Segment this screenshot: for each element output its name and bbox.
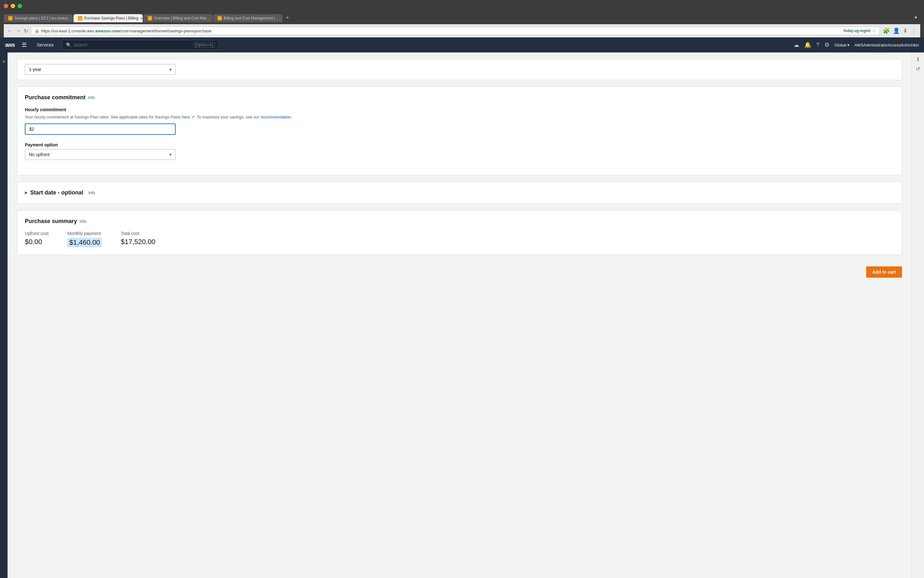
bookmark-icon[interactable]: ☆ xyxy=(872,28,876,33)
payment-option-arrow-icon: ▾ xyxy=(169,152,172,157)
total-cost-item: Total cost $17,520.00 xyxy=(121,231,155,247)
profile-icon[interactable]: 👤 xyxy=(893,27,900,34)
tab-favicon-3: a xyxy=(148,16,152,20)
hamburger-menu-button[interactable]: ☰ xyxy=(20,40,29,50)
hourly-commitment-input[interactable] xyxy=(25,123,176,135)
hourly-commitment-group: Hourly commitment Your hourly commitment… xyxy=(25,107,894,135)
tab-label-1: Savings plans | EC2 | eu-centra... xyxy=(15,16,70,20)
tab-close-3[interactable]: ✕ xyxy=(211,16,213,20)
page-wrapper: ≡ 1-year ▾ Purchase commitment Info Hour… xyxy=(0,52,924,578)
minimize-dot[interactable] xyxy=(11,4,15,8)
purchase-commitment-title: Purchase commitment xyxy=(25,94,86,101)
downloads-icon[interactable]: ⬇ xyxy=(903,27,908,34)
tab-label-3: Overview | Billing and Cost Mar... xyxy=(154,16,210,20)
payment-option-value: No upfront xyxy=(29,152,49,157)
region-chevron-icon: ▾ xyxy=(847,43,849,47)
aws-navbar: aws ☰ Services 🔍 [Option+S] ☁ 🔔 ? ⚙ Glob… xyxy=(0,37,924,52)
secure-icon: 🔒 xyxy=(34,29,39,33)
bell-icon[interactable]: 🔔 xyxy=(804,41,811,49)
external-link-icon: ↗ xyxy=(190,115,195,119)
tab-label-2: Purchase Savings Plans | Billing xyxy=(84,16,138,20)
services-label: Services xyxy=(37,42,54,47)
recommendation-link[interactable]: recommendation xyxy=(260,115,291,119)
start-date-header[interactable]: ▶ Start date - optional Info xyxy=(25,190,894,196)
term-selector-card: 1-year ▾ xyxy=(17,59,902,80)
tab-list-button[interactable]: ▾ xyxy=(911,13,920,22)
browser-tab-4[interactable]: a Billing and Cost Management | ... ✕ xyxy=(213,14,282,22)
start-date-card: ▶ Start date - optional Info xyxy=(17,182,902,204)
aws-logo[interactable]: aws xyxy=(5,42,15,49)
tab-close-4[interactable]: ✕ xyxy=(281,16,282,20)
hourly-help-text2: . To maximize your savings, see our xyxy=(195,115,260,119)
help-period: . xyxy=(291,115,292,119)
upfront-cost-label: Upfront cost xyxy=(25,231,49,236)
purchase-summary-title: Purchase summary xyxy=(25,218,77,225)
purchase-commitment-header: Purchase commitment Info xyxy=(25,94,894,101)
upfront-cost-item: Upfront cost $0.00 xyxy=(25,231,49,247)
monthly-payment-value: $1,460.00 xyxy=(67,238,102,247)
extensions-icon[interactable]: 🧩 xyxy=(883,27,890,34)
reload-button[interactable]: ↻ xyxy=(24,28,28,34)
fullscreen-dot[interactable] xyxy=(18,4,22,8)
payment-option-dropdown[interactable]: No upfront ▾ xyxy=(25,149,176,160)
start-date-info-link[interactable]: Info xyxy=(88,190,95,195)
browser-traffic-lights xyxy=(4,3,920,10)
term-dropdown-value: 1-year xyxy=(29,67,41,72)
browser-tab-1[interactable]: a Savings plans | EC2 | eu-centra... ✕ xyxy=(4,14,73,22)
url-text: https://us-east-1.console.aws.amazon.com… xyxy=(41,29,842,33)
right-panel: ℹ ↺ xyxy=(911,52,924,578)
account-button[interactable]: AWSAdministratorAccess/kshirinkin xyxy=(854,43,919,47)
sidebar: ≡ xyxy=(0,52,8,578)
hourly-commitment-help: Your hourly commitment at Savings Plan r… xyxy=(25,114,894,120)
sidebar-hamburger-icon[interactable]: ≡ xyxy=(2,56,5,67)
back-button[interactable]: ← xyxy=(8,28,13,34)
main-content: 1-year ▾ Purchase commitment Info Hourly… xyxy=(8,52,911,578)
add-to-cart-button[interactable]: Add to cart xyxy=(866,266,902,278)
purchase-summary-header: Purchase summary Info xyxy=(25,218,894,225)
browser-tab-2[interactable]: a Purchase Savings Plans | Billing ✕ xyxy=(73,14,143,22)
hourly-commitment-label: Hourly commitment xyxy=(25,107,894,112)
here-link[interactable]: here xyxy=(182,115,190,119)
browser-tabs: a Savings plans | EC2 | eu-centra... ✕ a… xyxy=(4,13,920,22)
monthly-payment-label: Monthly payment xyxy=(67,231,102,236)
region-label: Global xyxy=(835,43,846,47)
summary-grid: Upfront cost $0.00 Monthly payment $1,46… xyxy=(25,231,894,247)
total-cost-value: $17,520.00 xyxy=(121,238,155,246)
actions-row: Add to cart xyxy=(17,261,902,278)
services-button[interactable]: Services xyxy=(34,41,57,49)
tab-label-4: Billing and Cost Management | ... xyxy=(224,16,280,20)
upfront-cost-value: $0.00 xyxy=(25,238,49,246)
payment-option-label: Payment option xyxy=(25,142,894,147)
tab-close-1[interactable]: ✕ xyxy=(72,16,73,20)
new-tab-button[interactable]: + xyxy=(283,13,292,22)
term-dropdown[interactable]: 1-year ▾ xyxy=(25,64,176,75)
purchase-commitment-info-link[interactable]: Info xyxy=(88,95,95,100)
term-dropdown-arrow-icon: ▾ xyxy=(169,67,172,72)
start-date-title: Start date - optional xyxy=(30,190,83,196)
cloud-icon[interactable]: ☁ xyxy=(794,41,799,49)
search-icon: 🔍 xyxy=(66,42,72,47)
tab-favicon-2: a xyxy=(78,16,82,20)
aws-logo-text: aws xyxy=(5,42,15,48)
purchase-summary-info-link[interactable]: Info xyxy=(80,219,86,224)
right-panel-icon-1[interactable]: ℹ xyxy=(917,56,919,62)
tab-favicon-1: a xyxy=(8,16,13,20)
right-panel-icon-2[interactable]: ↺ xyxy=(916,66,920,72)
total-cost-label: Total cost xyxy=(121,231,155,236)
tab-close-2[interactable]: ✕ xyxy=(140,16,143,20)
settings-icon[interactable]: ⚙ xyxy=(824,41,830,49)
monthly-payment-item: Monthly payment $1,460.00 xyxy=(67,231,102,247)
search-container: 🔍 [Option+S] xyxy=(62,40,219,50)
search-input[interactable] xyxy=(74,42,191,47)
payment-option-group: Payment option No upfront ▾ xyxy=(25,142,894,160)
browser-tab-3[interactable]: a Overview | Billing and Cost Mar... ✕ xyxy=(143,14,213,22)
close-dot[interactable] xyxy=(4,4,8,8)
menu-icon[interactable]: ⋮ xyxy=(911,27,916,34)
search-shortcut: [Option+S] xyxy=(193,42,215,48)
address-bar[interactable]: 🔒 https://us-east-1.console.aws.amazon.c… xyxy=(31,27,880,35)
browser-chrome: a Savings plans | EC2 | eu-centra... ✕ a… xyxy=(0,0,924,37)
forward-button[interactable]: → xyxy=(16,28,21,34)
help-icon[interactable]: ? xyxy=(816,42,819,49)
region-button[interactable]: Global ▾ xyxy=(835,43,849,47)
purchase-commitment-card: Purchase commitment Info Hourly commitme… xyxy=(17,86,902,175)
